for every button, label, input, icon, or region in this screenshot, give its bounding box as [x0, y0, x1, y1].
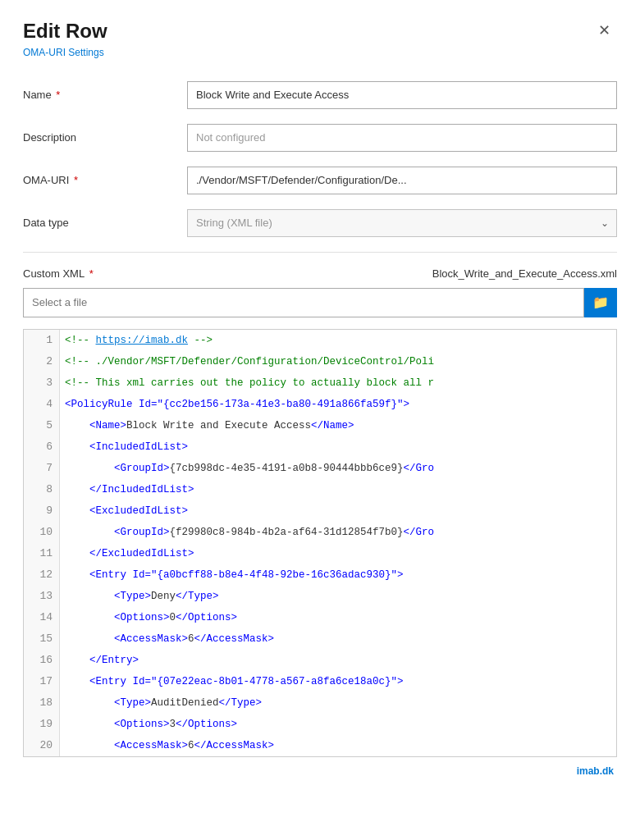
description-row: Description — [23, 124, 617, 152]
description-input[interactable] — [187, 124, 617, 152]
line-number: 8 — [24, 479, 60, 500]
custom-xml-label: Custom XML * — [23, 267, 94, 280]
data-type-select: String (XML file) — [187, 209, 617, 237]
line-content: <Options>3</Options> — [60, 714, 616, 735]
oma-uri-label: OMA-URI * — [23, 174, 187, 186]
line-content: <AccessMask>6</AccessMask> — [60, 735, 616, 756]
folder-icon: 📁 — [592, 294, 609, 310]
xml-line: 16 </Entry> — [24, 650, 616, 671]
xml-line: 8 </IncludedIdList> — [24, 479, 616, 500]
line-content: <IncludedIdList> — [60, 436, 616, 458]
xml-line: 3<!-- This xml carries out the policy to… — [24, 372, 616, 394]
custom-xml-row: Custom XML * Block_Write_and_Execute_Acc… — [23, 267, 617, 280]
line-content: <AccessMask>6</AccessMask> — [60, 628, 616, 650]
name-required-star: * — [53, 89, 61, 101]
xml-line: 18 <Type>AuditDenied</Type> — [24, 692, 616, 714]
line-number: 2 — [24, 351, 60, 372]
line-number: 7 — [24, 458, 60, 479]
line-content: <!-- https://imab.dk --> — [60, 330, 616, 351]
xml-line: 6 <IncludedIdList> — [24, 436, 616, 458]
line-content: <Type>AuditDenied</Type> — [60, 692, 616, 714]
oma-uri-input[interactable] — [187, 167, 617, 194]
dialog-title: Edit Row — [23, 20, 107, 43]
xml-line: 9 <ExcludedIdList> — [24, 500, 616, 522]
line-number: 14 — [24, 607, 60, 628]
line-content: </IncludedIdList> — [60, 479, 616, 500]
xml-line: 20 <AccessMask>6</AccessMask> — [24, 735, 616, 756]
oma-uri-row: OMA-URI * — [23, 167, 617, 194]
name-row: Name * — [23, 81, 617, 109]
line-number: 5 — [24, 415, 60, 436]
line-number: 15 — [24, 628, 60, 650]
name-input[interactable] — [187, 81, 617, 109]
line-number: 20 — [24, 735, 60, 756]
line-content: <GroupId>{f29980c8-984b-4b2a-af64-31d128… — [60, 522, 616, 543]
edit-row-dialog: Edit Row ✕ OMA-URI Settings Name * Descr… — [0, 0, 640, 840]
line-content: <ExcludedIdList> — [60, 500, 616, 522]
line-number: 11 — [24, 543, 60, 564]
line-number: 13 — [24, 586, 60, 607]
xml-line: 14 <Options>0</Options> — [24, 607, 616, 628]
data-type-select-wrapper: String (XML file) ⌄ — [187, 209, 617, 237]
dialog-header: Edit Row ✕ — [23, 20, 617, 43]
xml-link[interactable]: https://imab.dk — [96, 335, 189, 346]
line-content: <Entry Id="{a0bcff88-b8e4-4f48-92be-16c3… — [60, 564, 616, 586]
xml-line: 7 <GroupId>{7cb998dc-4e35-4191-a0b8-9044… — [24, 458, 616, 479]
line-content: <PolicyRule Id="{cc2be156-173a-41e3-ba80… — [60, 394, 616, 415]
oma-uri-required-star: * — [71, 174, 78, 186]
line-number: 12 — [24, 564, 60, 586]
data-type-row: Data type String (XML file) ⌄ — [23, 209, 617, 237]
xml-line: 12 <Entry Id="{a0bcff88-b8e4-4f48-92be-1… — [24, 564, 616, 586]
custom-xml-filename: Block_Write_and_Execute_Access.xml — [432, 267, 617, 280]
xml-line: 11 </ExcludedIdList> — [24, 543, 616, 564]
line-content: <Options>0</Options> — [60, 607, 616, 628]
line-content: <!-- ./Vendor/MSFT/Defender/Configuratio… — [60, 351, 616, 372]
xml-line: 2<!-- ./Vendor/MSFT/Defender/Configurati… — [24, 351, 616, 372]
xml-line: 19 <Options>3</Options> — [24, 714, 616, 735]
line-number: 17 — [24, 671, 60, 692]
line-number: 18 — [24, 692, 60, 714]
xml-line: 1<!-- https://imab.dk --> — [24, 330, 616, 351]
line-number: 3 — [24, 372, 60, 394]
divider — [23, 252, 617, 253]
line-number: 4 — [24, 394, 60, 415]
xml-line: 5 <Name>Block Write and Execute Access</… — [24, 415, 616, 436]
close-button[interactable]: ✕ — [592, 20, 617, 41]
line-content: <GroupId>{7cb998dc-4e35-4191-a0b8-90444b… — [60, 458, 616, 479]
xml-editor: 1<!-- https://imab.dk -->2<!-- ./Vendor/… — [23, 329, 617, 757]
file-browse-button[interactable]: 📁 — [584, 288, 617, 317]
line-number: 10 — [24, 522, 60, 543]
file-input[interactable] — [23, 288, 584, 317]
line-number: 16 — [24, 650, 60, 671]
line-number: 19 — [24, 714, 60, 735]
custom-xml-required-star: * — [86, 267, 94, 280]
xml-line: 13 <Type>Deny</Type> — [24, 586, 616, 607]
line-number: 1 — [24, 330, 60, 351]
xml-line: 17 <Entry Id="{07e22eac-8b01-4778-a567-a… — [24, 671, 616, 692]
xml-line: 4<PolicyRule Id="{cc2be156-173a-41e3-ba8… — [24, 394, 616, 415]
footer-brand: imab.dk — [23, 765, 617, 777]
line-content: <!-- This xml carries out the policy to … — [60, 372, 616, 394]
description-label: Description — [23, 131, 187, 144]
dialog-subtitle: OMA-URI Settings — [23, 47, 617, 58]
xml-line: 15 <AccessMask>6</AccessMask> — [24, 628, 616, 650]
line-content: <Entry Id="{07e22eac-8b01-4778-a567-a8fa… — [60, 671, 616, 692]
xml-line: 10 <GroupId>{f29980c8-984b-4b2a-af64-31d… — [24, 522, 616, 543]
line-content: </ExcludedIdList> — [60, 543, 616, 564]
line-content: <Type>Deny</Type> — [60, 586, 616, 607]
data-type-label: Data type — [23, 217, 187, 229]
file-select-row: 📁 — [23, 288, 617, 317]
line-content: </Entry> — [60, 650, 616, 671]
line-number: 9 — [24, 500, 60, 522]
name-label: Name * — [23, 89, 187, 101]
line-number: 6 — [24, 436, 60, 458]
line-content: <Name>Block Write and Execute Access</Na… — [60, 415, 616, 436]
